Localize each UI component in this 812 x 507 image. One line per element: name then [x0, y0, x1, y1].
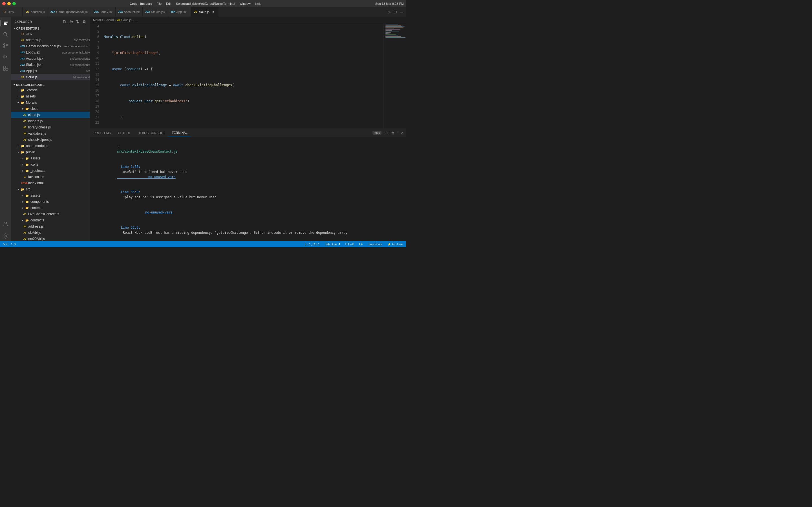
tab-account[interactable]: JSX Account.jsx: [116, 7, 143, 17]
open-editor-gameoptions[interactable]: JSX GameOptionsModal.jsx src/components/…: [11, 43, 90, 49]
open-editors-section[interactable]: ▾ OPEN EDITORS: [11, 25, 90, 31]
tree-validators-js[interactable]: JS validators.js: [11, 130, 90, 136]
tree-public[interactable]: ▾ 📂 public: [11, 149, 90, 155]
minimize-button[interactable]: [7, 2, 11, 5]
redirects-icon: 📁: [25, 168, 29, 173]
status-tab-size[interactable]: Tab Size: 4: [324, 242, 341, 246]
explorer-activity-icon[interactable]: [1, 18, 11, 28]
open-editor-env[interactable]: ⬡ .env: [11, 31, 90, 37]
tree-library-chess-js[interactable]: JS library-chess.js: [11, 124, 90, 130]
tab-close-cloud[interactable]: ×: [211, 10, 215, 14]
open-editor-app[interactable]: JSX App.jsx src: [11, 68, 90, 74]
split-terminal-icon[interactable]: ⊡: [387, 131, 390, 135]
tree-public-assets[interactable]: › 📁 assets: [11, 155, 90, 161]
terminal-content[interactable]: › src/context/LiveChessContext.js Line 1…: [90, 137, 406, 241]
breadcrumb-cloud[interactable]: cloud: [106, 18, 114, 22]
tree-src-contracts[interactable]: ▾ 📂 contracts: [11, 217, 90, 223]
tree-favicon[interactable]: ★ favicon.ico: [11, 174, 90, 180]
menu-terminal[interactable]: Terminal: [223, 2, 235, 5]
tree-livechess-context[interactable]: JS LiveChessContext.js: [11, 211, 90, 217]
collapse-all-icon[interactable]: ⧉: [82, 19, 87, 24]
open-editor-address[interactable]: JS address.js src/contracts: [11, 37, 90, 43]
tab-env[interactable]: ⬡ .env: [0, 7, 22, 17]
tree-src[interactable]: ▾ 📂 src: [11, 186, 90, 192]
tree-chess-helpers-js[interactable]: JS chessHelpers.js: [11, 136, 90, 143]
tree-assets[interactable]: › 📁 assets: [11, 93, 90, 100]
tree-icons[interactable]: › 📁 icons: [11, 161, 90, 168]
run-action[interactable]: ▷: [387, 9, 391, 15]
code-text[interactable]: Moralis.Cloud.define( "joinExistingChall…: [101, 23, 384, 128]
metachessgame-arrow: ▾: [13, 83, 15, 86]
tab-problems[interactable]: PROBLEMS: [90, 129, 114, 137]
tab-gameoptionsmodal[interactable]: JSX GameOptionsModal.jsx: [48, 7, 91, 17]
open-editor-account[interactable]: JSX Account.jsx src/components: [11, 55, 90, 62]
terminal-link-2[interactable]: no-unused-vars: [145, 210, 172, 214]
extensions-activity-icon[interactable]: [1, 63, 11, 73]
tree-erc20-abi[interactable]: JS erc20Abi.js: [11, 236, 90, 241]
tab-stakes[interactable]: JSX Stakes.jsx: [143, 7, 168, 17]
tab-output[interactable]: OUTPUT: [114, 129, 134, 137]
metachessgame-section[interactable]: ▾ METACHESSGAME: [11, 82, 90, 87]
status-eol[interactable]: LF: [358, 242, 364, 246]
status-errors[interactable]: ✕ 0 ⚠ 0: [2, 242, 16, 246]
close-panel-icon[interactable]: ✕: [401, 131, 404, 135]
terminal-link-1[interactable]: no-unused-vars: [117, 175, 175, 179]
breadcrumb-ellipsis[interactable]: …: [135, 18, 138, 22]
tab-app[interactable]: JSX App.jsx: [168, 7, 191, 17]
add-terminal-icon[interactable]: +: [383, 131, 385, 135]
menu-file[interactable]: File: [156, 2, 161, 5]
tree-src-context[interactable]: ▾ 📂 context: [11, 205, 90, 211]
search-activity-icon[interactable]: [1, 29, 11, 40]
tab-address[interactable]: JS address.js: [22, 7, 48, 17]
tree-vscode[interactable]: › 📁 .vscode: [11, 87, 90, 93]
new-file-icon[interactable]: 🗋: [61, 19, 67, 24]
tree-cloud-js[interactable]: JS cloud.js: [11, 112, 90, 118]
status-encoding[interactable]: UTF-8: [345, 242, 355, 246]
maximize-button[interactable]: [12, 2, 16, 5]
window-controls[interactable]: [2, 2, 16, 5]
tree-cloud-folder[interactable]: ▾ 📂 cloud: [11, 106, 90, 112]
menu-edit[interactable]: Edit: [166, 2, 171, 5]
open-editor-stakes[interactable]: JSX Stakes.jsx src/components: [11, 62, 90, 68]
maximize-panel-icon[interactable]: ⌃: [396, 131, 399, 135]
settings-activity-icon[interactable]: [1, 231, 11, 241]
tree-public-label: public: [26, 150, 90, 154]
source-control-activity-icon[interactable]: [1, 41, 11, 51]
open-editor-lobby[interactable]: JSX Lobby.jsx src/components/Lobby: [11, 49, 90, 55]
tree-src-components[interactable]: › 📁 components: [11, 199, 90, 205]
tree-elo-abi[interactable]: JS eloAbi.js: [11, 230, 90, 236]
tab-lobby[interactable]: JSX Lobby.jsx: [91, 7, 116, 17]
tree-address-js[interactable]: JS address.js: [11, 223, 90, 230]
breadcrumb-file[interactable]: JS cloud.js: [117, 18, 132, 22]
tree-src-assets[interactable]: › 📁 assets: [11, 192, 90, 199]
account-activity-icon[interactable]: [1, 219, 11, 229]
refresh-icon[interactable]: ↻: [75, 19, 81, 24]
tab-cloud[interactable]: JS cloud.js ×: [191, 7, 218, 17]
svg-rect-11: [3, 55, 4, 58]
status-line-col[interactable]: Ln 1, Col 1: [304, 242, 320, 246]
tree-node-modules[interactable]: › 📁 node_modules: [11, 143, 90, 149]
tab-debug-console[interactable]: DEBUG CONSOLE: [134, 129, 168, 137]
kill-terminal-icon[interactable]: 🗑: [391, 131, 395, 135]
run-debug-activity-icon[interactable]: [1, 52, 11, 62]
menu-window[interactable]: Window: [239, 2, 250, 5]
open-editor-gameoptions-path: src/components/Lo...: [64, 45, 90, 48]
more-action[interactable]: ···: [399, 9, 404, 15]
menu-code[interactable]: Code - Insiders: [130, 2, 152, 5]
split-action[interactable]: ⊡: [393, 9, 398, 15]
new-folder-icon[interactable]: 🗁: [68, 19, 74, 24]
breadcrumb-moralis[interactable]: Moralis: [93, 18, 103, 22]
menu-help[interactable]: Help: [255, 2, 262, 5]
jsx-file-icon-3: JSX: [20, 56, 25, 61]
close-button[interactable]: [2, 2, 6, 5]
go-live-text: Go Live: [392, 242, 403, 246]
tree-moralis[interactable]: ▾ 📂 Moralis: [11, 100, 90, 106]
tab-terminal[interactable]: TERMINAL: [168, 129, 191, 137]
open-editor-cloud[interactable]: JS cloud.js Moralis/cloud: [11, 74, 90, 80]
terminal-filepath: src/context/LiveChessContext.js: [117, 150, 177, 154]
tree-index-html[interactable]: HTML index.html: [11, 180, 90, 186]
status-go-live[interactable]: ⚡ Go Live: [387, 242, 404, 246]
tree-redirects[interactable]: › 📁 _redirects: [11, 168, 90, 174]
tree-helpers-js[interactable]: JS helpers.js: [11, 118, 90, 124]
status-language[interactable]: JavaScript: [367, 242, 383, 246]
